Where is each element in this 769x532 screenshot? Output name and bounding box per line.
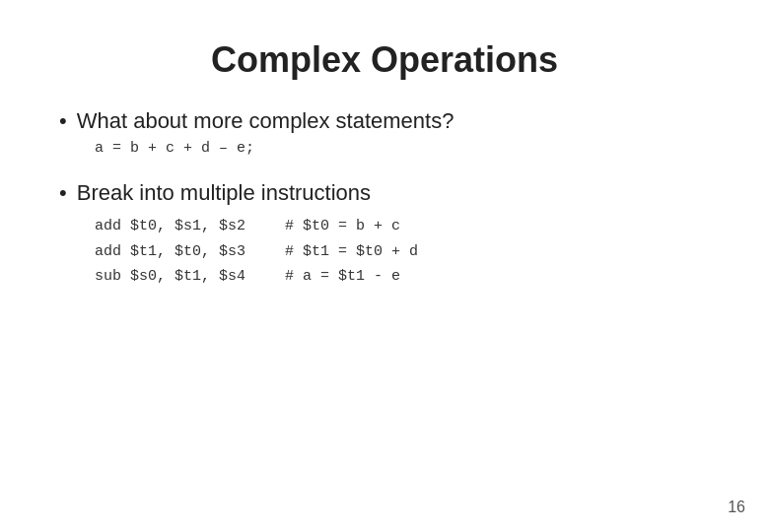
slide-title: Complex Operations xyxy=(59,39,710,81)
comment-3: # a = $t1 - e xyxy=(285,264,418,290)
bullet-sub-code-1: a = b + c + d – e; xyxy=(95,140,710,157)
bullet-section-1: • What about more complex statements? a … xyxy=(59,108,710,157)
bullet-dot-1: • xyxy=(59,110,67,132)
bullet-header-2: • Break into multiple instructions xyxy=(59,180,710,206)
slide: Complex Operations • What about more com… xyxy=(0,0,769,532)
instruction-1: add $t0, $s1, $s2 xyxy=(95,214,245,239)
instruction-3: sub $s0, $t1, $s4 xyxy=(95,264,245,290)
comment-1: # $t0 = b + c xyxy=(285,214,418,239)
page-number: 16 xyxy=(728,499,745,516)
bullet-text-1: What about more complex statements? xyxy=(77,108,454,134)
instruction-2: add $t1, $t0, $s3 xyxy=(95,239,245,265)
comment-2: # $t1 = $t0 + d xyxy=(285,239,418,265)
bullet-dot-2: • xyxy=(59,182,67,204)
bullet-text-2: Break into multiple instructions xyxy=(77,180,371,206)
bullet-section-2: • Break into multiple instructions add $… xyxy=(59,180,710,290)
bullet-header-1: • What about more complex statements? xyxy=(59,108,710,134)
code-instructions: add $t0, $s1, $s2 add $t1, $t0, $s3 sub … xyxy=(95,214,245,290)
code-comments: # $t0 = b + c # $t1 = $t0 + d # a = $t1 … xyxy=(285,214,418,290)
code-block: add $t0, $s1, $s2 add $t1, $t0, $s3 sub … xyxy=(95,214,710,290)
